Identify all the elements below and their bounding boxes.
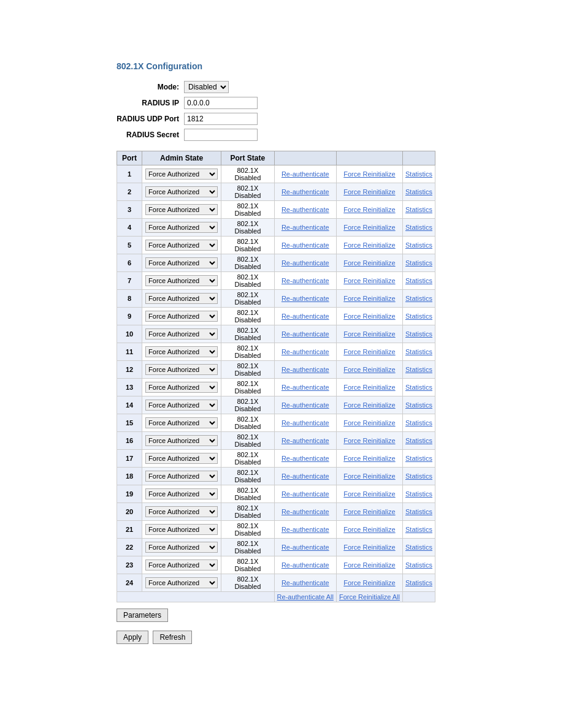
reinitialize-link[interactable]: Force Reinitialize <box>343 224 395 231</box>
admin-state-select[interactable]: Force AuthorizedForce UnauthorizedAuto <box>145 257 218 268</box>
statistics-link[interactable]: Statistics <box>405 224 432 231</box>
admin-state-select[interactable]: Force AuthorizedForce UnauthorizedAuto <box>145 328 218 339</box>
statistics-link[interactable]: Statistics <box>405 295 432 302</box>
admin-state-select[interactable]: Force AuthorizedForce UnauthorizedAuto <box>145 471 218 482</box>
statistics-link[interactable]: Statistics <box>405 241 432 249</box>
reauthenticate-link[interactable]: Re-authenticate <box>282 401 329 409</box>
statistics-link[interactable]: Statistics <box>405 401 432 409</box>
admin-state-select[interactable]: Force AuthorizedForce UnauthorizedAuto <box>145 542 218 553</box>
reauthenticate-link[interactable]: Re-authenticate <box>282 277 329 284</box>
reinitialize-link[interactable]: Force Reinitialize <box>343 188 395 195</box>
reauthenticate-link[interactable]: Re-authenticate <box>282 188 329 195</box>
statistics-link[interactable]: Statistics <box>405 170 432 178</box>
admin-state-select[interactable]: Force AuthorizedForce UnauthorizedAuto <box>145 204 218 215</box>
reinitialize-link[interactable]: Force Reinitialize <box>343 384 395 391</box>
reinitialize-link[interactable]: Force Reinitialize <box>343 277 395 284</box>
admin-state-select[interactable]: Force AuthorizedForce UnauthorizedAuto <box>145 311 218 322</box>
reauthenticate-link[interactable]: Re-authenticate <box>282 170 329 178</box>
statistics-link[interactable]: Statistics <box>405 526 432 533</box>
reinitialize-link[interactable]: Force Reinitialize <box>343 401 395 409</box>
reinitialize-link[interactable]: Force Reinitialize <box>343 472 395 480</box>
statistics-link[interactable]: Statistics <box>405 277 432 284</box>
admin-state-select[interactable]: Force AuthorizedForce UnauthorizedAuto <box>145 364 218 375</box>
statistics-link[interactable]: Statistics <box>405 206 432 213</box>
admin-state-select[interactable]: Force AuthorizedForce UnauthorizedAuto <box>145 186 218 197</box>
statistics-link[interactable]: Statistics <box>405 348 432 355</box>
statistics-link[interactable]: Statistics <box>405 366 432 373</box>
mode-select[interactable]: Disabled Enabled <box>184 81 229 93</box>
reauthenticate-link[interactable]: Re-authenticate <box>282 419 329 427</box>
reinitialize-link[interactable]: Force Reinitialize <box>343 561 395 569</box>
admin-state-select[interactable]: Force AuthorizedForce UnauthorizedAuto <box>145 488 218 499</box>
admin-state-select[interactable]: Force AuthorizedForce UnauthorizedAuto <box>145 453 218 464</box>
admin-state-select[interactable]: Force AuthorizedForce UnauthorizedAuto <box>145 222 218 233</box>
reinitialize-link[interactable]: Force Reinitialize <box>343 348 395 355</box>
reinitialize-link[interactable]: Force Reinitialize <box>343 313 395 320</box>
statistics-link[interactable]: Statistics <box>405 472 432 480</box>
reinitialize-link[interactable]: Force Reinitialize <box>343 295 395 302</box>
admin-state-select[interactable]: Force AuthorizedForce UnauthorizedAuto <box>145 382 218 393</box>
reauthenticate-link[interactable]: Re-authenticate <box>282 544 329 551</box>
reauthenticate-link[interactable]: Re-authenticate <box>282 206 329 213</box>
reauthenticate-link[interactable]: Re-authenticate <box>282 330 329 338</box>
reinitialize-link[interactable]: Force Reinitialize <box>343 330 395 338</box>
reauthenticate-link[interactable]: Re-authenticate <box>282 579 329 586</box>
admin-state-select[interactable]: Force AuthorizedForce UnauthorizedAuto <box>145 169 218 180</box>
reinitialize-link[interactable]: Force Reinitialize <box>343 259 395 267</box>
radius-udp-input[interactable] <box>184 113 258 125</box>
reauthenticate-link[interactable]: Re-authenticate <box>282 508 329 515</box>
reinitialize-link[interactable]: Force Reinitialize <box>343 170 395 178</box>
reauthenticate-link[interactable]: Re-authenticate <box>282 295 329 302</box>
statistics-link[interactable]: Statistics <box>405 313 432 320</box>
statistics-link[interactable]: Statistics <box>405 455 432 462</box>
reauthenticate-link[interactable]: Re-authenticate <box>282 313 329 320</box>
reauthenticate-link[interactable]: Re-authenticate <box>282 224 329 231</box>
reauthenticate-link[interactable]: Re-authenticate <box>282 526 329 533</box>
reinitialize-link[interactable]: Force Reinitialize <box>343 579 395 586</box>
admin-state-select[interactable]: Force AuthorizedForce UnauthorizedAuto <box>145 346 218 357</box>
reinitialize-link[interactable]: Force Reinitialize <box>343 526 395 533</box>
reinitialize-link[interactable]: Force Reinitialize <box>343 455 395 462</box>
admin-state-select[interactable]: Force AuthorizedForce UnauthorizedAuto <box>145 524 218 535</box>
statistics-link[interactable]: Statistics <box>405 490 432 498</box>
reinitialize-link[interactable]: Force Reinitialize <box>343 508 395 515</box>
statistics-link[interactable]: Statistics <box>405 188 432 195</box>
reinitialize-link[interactable]: Force Reinitialize <box>343 241 395 249</box>
reauthenticate-link[interactable]: Re-authenticate <box>282 384 329 391</box>
reauthenticate-link[interactable]: Re-authenticate <box>282 472 329 480</box>
reauthenticate-all-link[interactable]: Re-authenticate All <box>277 593 334 601</box>
statistics-link[interactable]: Statistics <box>405 579 432 586</box>
apply-button[interactable]: Apply <box>117 631 148 644</box>
reauthenticate-link[interactable]: Re-authenticate <box>282 490 329 498</box>
reauthenticate-link[interactable]: Re-authenticate <box>282 366 329 373</box>
admin-state-select[interactable]: Force AuthorizedForce UnauthorizedAuto <box>145 417 218 428</box>
statistics-link[interactable]: Statistics <box>405 330 432 338</box>
admin-state-select[interactable]: Force AuthorizedForce UnauthorizedAuto <box>145 506 218 517</box>
reauthenticate-link[interactable]: Re-authenticate <box>282 437 329 444</box>
statistics-link[interactable]: Statistics <box>405 437 432 444</box>
reinitialize-link[interactable]: Force Reinitialize <box>343 419 395 427</box>
radius-ip-input[interactable] <box>184 97 258 109</box>
statistics-link[interactable]: Statistics <box>405 384 432 391</box>
admin-state-select[interactable]: Force AuthorizedForce UnauthorizedAuto <box>145 400 218 411</box>
reauthenticate-link[interactable]: Re-authenticate <box>282 561 329 569</box>
statistics-link[interactable]: Statistics <box>405 508 432 515</box>
parameters-button[interactable]: Parameters <box>117 609 168 622</box>
statistics-link[interactable]: Statistics <box>405 561 432 569</box>
reinitialize-link[interactable]: Force Reinitialize <box>343 366 395 373</box>
admin-state-select[interactable]: Force AuthorizedForce UnauthorizedAuto <box>145 293 218 304</box>
reinitialize-all-link[interactable]: Force Reinitialize All <box>339 593 400 601</box>
refresh-button[interactable]: Refresh <box>153 631 192 644</box>
statistics-link[interactable]: Statistics <box>405 544 432 551</box>
admin-state-select[interactable]: Force AuthorizedForce UnauthorizedAuto <box>145 240 218 251</box>
radius-secret-input[interactable] <box>184 129 258 141</box>
reinitialize-link[interactable]: Force Reinitialize <box>343 437 395 444</box>
reauthenticate-link[interactable]: Re-authenticate <box>282 241 329 249</box>
reinitialize-link[interactable]: Force Reinitialize <box>343 544 395 551</box>
reauthenticate-link[interactable]: Re-authenticate <box>282 455 329 462</box>
admin-state-select[interactable]: Force AuthorizedForce UnauthorizedAuto <box>145 435 218 446</box>
reinitialize-link[interactable]: Force Reinitialize <box>343 490 395 498</box>
admin-state-select[interactable]: Force AuthorizedForce UnauthorizedAuto <box>145 275 218 286</box>
reinitialize-link[interactable]: Force Reinitialize <box>343 206 395 213</box>
statistics-link[interactable]: Statistics <box>405 419 432 427</box>
